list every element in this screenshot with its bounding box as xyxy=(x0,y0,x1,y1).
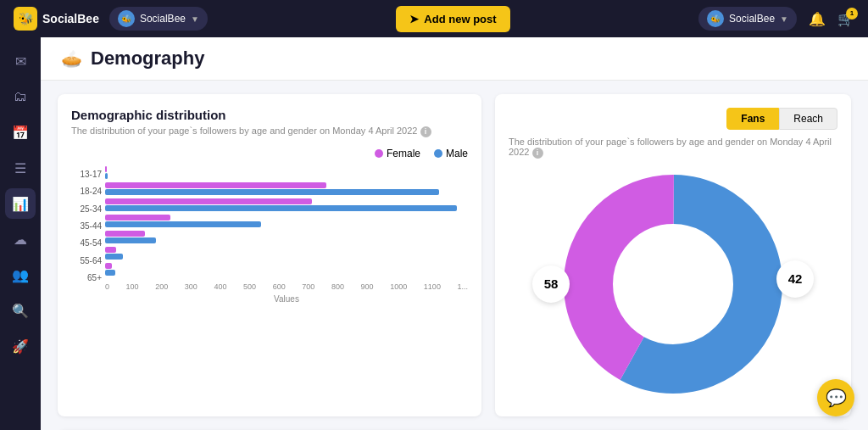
bar-female-4554 xyxy=(105,231,145,237)
sidebar-item-team[interactable]: 👥 xyxy=(5,260,36,290)
bars-container: 0 100 200 300 400 500 600 700 800 900 10 xyxy=(105,166,468,304)
demography-icon: 🥧 xyxy=(61,48,82,69)
y-axis-labels: 13-17 18-24 25-34 35-44 45-54 55-64 65+ xyxy=(71,166,102,304)
x-600: 600 xyxy=(273,282,286,291)
bar-male-4554 xyxy=(105,237,156,243)
account-name: SocialBee xyxy=(140,13,186,25)
bar-male-1824 xyxy=(105,189,439,195)
x-700: 700 xyxy=(302,282,314,291)
bar-male-65plus xyxy=(105,270,115,276)
legend-female: Female xyxy=(375,148,420,159)
send-icon: ➤ xyxy=(409,13,419,25)
legend-male: Male xyxy=(434,148,468,159)
logo-icon: 🐝 xyxy=(14,7,37,31)
bar-group-1824 xyxy=(105,182,468,195)
bar-female-5564 xyxy=(105,247,116,253)
bar-male-2534 xyxy=(105,205,457,211)
donut-subtitle: The distribution of your page`s follower… xyxy=(509,137,837,159)
bar-male-1317 xyxy=(105,173,108,179)
sidebar-item-posts[interactable]: ☰ xyxy=(5,153,36,183)
x-900: 900 xyxy=(361,282,374,291)
bar-female-3544 xyxy=(105,215,170,221)
donut-svg xyxy=(554,165,792,403)
x-axis: 0 100 200 300 400 500 600 700 800 900 10 xyxy=(105,282,468,291)
donut-tabs: Fans Reach xyxy=(509,108,837,130)
sidebar-item-inbox[interactable]: ✉ xyxy=(5,46,36,76)
charts-top-row: Demographic distribution The distributio… xyxy=(58,94,851,416)
reach-tab[interactable]: Reach xyxy=(779,108,837,130)
donut-info-icon[interactable]: i xyxy=(532,148,543,159)
bar-chart-subtitle: The distribution of your page`s follower… xyxy=(71,126,468,137)
sidebar-item-files[interactable]: 🗂 xyxy=(5,81,36,112)
nav-center: ➤ Add new post xyxy=(396,6,509,32)
x-400: 400 xyxy=(214,282,226,291)
bar-female-2534 xyxy=(105,198,312,204)
x-1000: 1000 xyxy=(390,282,407,291)
sidebar-item-calendar[interactable]: 📅 xyxy=(5,117,36,148)
notifications-icon[interactable]: 🔔 xyxy=(809,11,826,27)
bar-group-4554 xyxy=(105,231,468,243)
bar-group-2534 xyxy=(105,198,468,211)
y-label-65plus: 65+ xyxy=(71,273,102,282)
bar-group-1317 xyxy=(105,166,468,179)
bar-group-65plus xyxy=(105,263,468,276)
logo[interactable]: 🐝 SocialBee xyxy=(14,7,99,31)
chat-icon: 💬 xyxy=(826,388,847,408)
sidebar-item-cloud[interactable]: ☁ xyxy=(5,224,36,254)
x-200: 200 xyxy=(155,282,168,291)
account-avatar: 🐝 xyxy=(118,10,135,27)
male-pct-value: 58 xyxy=(544,276,559,291)
cart-container[interactable]: 🛒 1 xyxy=(837,11,854,27)
chevron-down-icon-right: ▼ xyxy=(780,14,788,24)
x-800: 800 xyxy=(331,282,344,291)
bar-male-3544 xyxy=(105,221,261,227)
main-content: 🥧 Demography Demographic distribution Th… xyxy=(41,37,868,430)
cart-badge: 1 xyxy=(846,8,858,20)
bar-chart-info-icon[interactable]: i xyxy=(420,126,431,137)
x-more: 1... xyxy=(457,282,468,291)
add-post-button[interactable]: ➤ Add new post xyxy=(396,6,509,32)
x-100: 100 xyxy=(126,282,139,291)
chevron-down-icon: ▼ xyxy=(191,14,199,24)
y-label-2534: 25-34 xyxy=(71,204,102,214)
female-pct-value: 42 xyxy=(788,271,803,286)
nav-left: 🐝 SocialBee 🐝 SocialBee ▼ xyxy=(14,7,208,31)
main-layout: ✉ 🗂 📅 ☰ 📊 ☁ 👥 🔍 🚀 🥧 Demography Demograph… xyxy=(0,37,868,430)
bar-female-65plus xyxy=(105,263,112,269)
sidebar-item-analytics[interactable]: 📊 xyxy=(5,188,36,219)
chat-button[interactable]: 💬 xyxy=(817,379,854,416)
donut-chart-card: Fans Reach The distribution of your page… xyxy=(495,94,851,416)
female-label: Female xyxy=(387,148,420,159)
bar-chart-title: Demographic distribution xyxy=(71,108,468,122)
bar-chart-legend: Female Male xyxy=(71,148,468,159)
y-label-3544: 35-44 xyxy=(71,221,102,231)
account-selector[interactable]: 🐝 SocialBee ▼ xyxy=(109,7,208,31)
female-legend-dot xyxy=(375,149,383,158)
x-500: 500 xyxy=(243,282,256,291)
x-1100: 1100 xyxy=(424,282,441,291)
page-header: 🥧 Demography xyxy=(41,37,868,81)
bar-female-1317 xyxy=(105,166,107,172)
bar-chart-card: Demographic distribution The distributio… xyxy=(58,94,481,416)
bar-group-3544 xyxy=(105,215,468,227)
female-pct-badge: 42 xyxy=(776,260,814,298)
top-navigation: 🐝 SocialBee 🐝 SocialBee ▼ ➤ Add new post… xyxy=(0,0,868,37)
sidebar: ✉ 🗂 📅 ☰ 📊 ☁ 👥 🔍 🚀 xyxy=(0,37,41,430)
logo-text: SocialBee xyxy=(42,12,99,25)
sidebar-item-rocket[interactable]: 🚀 xyxy=(5,331,36,361)
male-label: Male xyxy=(446,148,468,159)
page-title: Demography xyxy=(91,47,204,70)
donut-center xyxy=(614,225,732,343)
bar-male-5564 xyxy=(105,254,123,260)
y-label-5564: 55-64 xyxy=(71,256,102,265)
bar-female-1824 xyxy=(105,182,326,188)
charts-section: Demographic distribution The distributio… xyxy=(41,81,868,430)
y-label-1317: 13-17 xyxy=(71,170,102,179)
fans-tab[interactable]: Fans xyxy=(726,108,779,130)
sidebar-item-search[interactable]: 🔍 xyxy=(5,295,36,326)
account-selector-right[interactable]: 🐝 SocialBee ▼ xyxy=(698,7,797,31)
account-name-right: SocialBee xyxy=(729,13,775,25)
male-legend-dot xyxy=(434,149,442,158)
bar-group-5564 xyxy=(105,247,468,260)
male-pct-badge: 58 xyxy=(532,265,570,303)
